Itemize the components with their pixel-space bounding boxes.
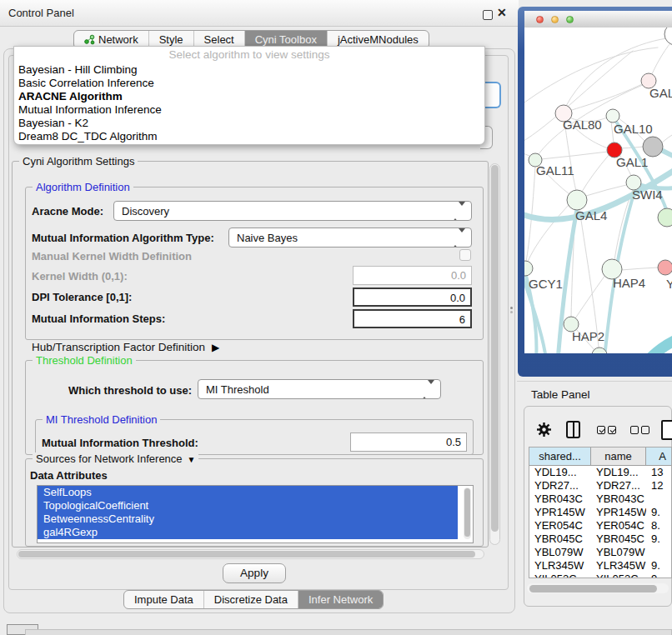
mi-steps-field[interactable]: 6	[353, 309, 472, 328]
tab-infer-network[interactable]: Infer Network	[298, 591, 383, 608]
table-header-row: shared...nameA	[529, 448, 671, 466]
mi-threshold-field[interactable]: 0.5	[350, 432, 467, 452]
panel-divider-grip[interactable]	[510, 307, 513, 309]
network-edge	[528, 205, 569, 262]
settings-vertical-scrollbar[interactable]	[489, 163, 500, 545]
table-row[interactable]: YER054CYER054C8.	[529, 519, 671, 532]
deselect-all-checkbox-icon[interactable]	[641, 426, 649, 434]
table-row[interactable]: YBR045CYBR045C9.	[529, 532, 671, 546]
zoom-traffic-light-icon[interactable]	[566, 16, 574, 23]
node-label: SWI4	[632, 188, 663, 202]
settings-horizontal-scrollbar[interactable]	[17, 549, 484, 559]
attribute-topologicalcoefficient[interactable]: TopologicalCoefficient	[38, 499, 458, 512]
column-header-name[interactable]: name	[591, 448, 646, 466]
network-node[interactable]	[664, 28, 672, 45]
algorithm-option-basic-correlation-inference[interactable]: Basic Correlation Inference	[14, 77, 484, 90]
mi-type-select[interactable]: Naive Bayes	[228, 228, 472, 248]
group-title: MI Threshold Definition	[43, 413, 160, 426]
network-edge	[524, 150, 529, 156]
deselect-all-checkbox-icon[interactable]	[630, 426, 639, 434]
table-cell: YIL053C	[591, 572, 646, 578]
manual-kernel-checkbox[interactable]	[459, 249, 471, 261]
table-cell: YER054C	[529, 519, 591, 532]
network-window-titlebar[interactable]	[524, 11, 672, 28]
table-row[interactable]: YBR043CYBR043C	[529, 492, 671, 506]
algorithm-option-mutual-information-inference[interactable]: Mutual Information Inference	[14, 103, 484, 117]
network-edge	[524, 48, 658, 105]
list-scrollbar[interactable]	[464, 488, 471, 539]
network-node[interactable]	[658, 208, 672, 227]
network-edge	[569, 81, 649, 111]
table-row[interactable]: YDR27...YDR27...12	[529, 479, 671, 492]
network-canvas[interactable]: GALGAL80GAL10GAL1GAL11SWI4GAL4GCY1HAP4YH…	[524, 28, 672, 353]
table-row[interactable]: YBL079WYBL079W	[529, 546, 671, 559]
table-row[interactable]: YIL053CYIL053C9.	[529, 572, 671, 578]
column-header-a[interactable]: A	[646, 448, 672, 466]
network-node-gal4[interactable]	[567, 190, 587, 210]
table-row[interactable]: YPR145WYPR145W9.	[529, 506, 671, 519]
panel-title: Control Panel	[8, 7, 74, 19]
minimize-traffic-light-icon[interactable]	[551, 16, 559, 23]
close-icon[interactable]: ✕	[497, 6, 507, 19]
algorithm-option-bayesian-k2[interactable]: Bayesian - K2	[14, 117, 484, 130]
node-table: shared...nameA YDL19...YDL19...13YDR27..…	[529, 447, 672, 578]
group-title: Cyni Algorithm Settings	[19, 155, 138, 168]
node-label: HAP2	[572, 329, 604, 343]
network-edge	[541, 152, 608, 159]
table-cell: 9.	[646, 506, 672, 519]
column-header-shared[interactable]: shared...	[529, 448, 591, 466]
kernel-width-label: Kernel Width (0,1):	[32, 270, 128, 282]
kernel-width-field[interactable]: 0.0	[353, 266, 472, 285]
node-label: GAL11	[536, 163, 574, 178]
dpi-tolerance-label: DPI Tolerance [0,1]:	[32, 291, 132, 303]
network-node-gcy1[interactable]	[524, 261, 533, 276]
apply-button[interactable]: Apply	[223, 563, 286, 583]
columns-icon[interactable]	[566, 421, 580, 438]
select-all-checkbox-icon[interactable]	[608, 426, 616, 434]
aracne-mode-select[interactable]: Discovery	[113, 201, 472, 221]
network-node-gal10[interactable]	[606, 109, 619, 122]
network-node[interactable]	[643, 137, 663, 157]
select-all-checkbox-icon[interactable]	[597, 426, 605, 434]
float-window-icon[interactable]	[483, 10, 493, 20]
table-cell: YBL079W	[591, 546, 646, 559]
which-threshold-select[interactable]: MI Threshold	[198, 379, 441, 399]
stepper-icon	[452, 232, 465, 245]
tab-discretize-data[interactable]: Discretize Data	[203, 591, 298, 608]
divider	[517, 381, 672, 382]
tab-label: Impute Data	[134, 593, 193, 606]
algorithm-option-dream8-dc-tdc-algorithm[interactable]: Dream8 DC_TDC Algorithm	[14, 130, 484, 143]
dpi-tolerance-field[interactable]: 0.0	[353, 288, 472, 307]
network-node-y[interactable]	[658, 260, 672, 275]
stepper-icon	[452, 206, 465, 218]
tab-label: Discretize Data	[214, 593, 288, 606]
file-icon[interactable]	[661, 420, 672, 440]
node-label: GAL	[649, 86, 672, 100]
tab-label: Infer Network	[308, 593, 373, 606]
node-label: GAL1	[616, 155, 648, 169]
close-traffic-light-icon[interactable]	[536, 16, 544, 23]
table-cell	[646, 492, 672, 506]
hub-definition-toggle[interactable]: Hub/Transcription Factor Definition▶	[32, 341, 219, 353]
table-row[interactable]: YDL19...YDL19...13	[529, 466, 671, 479]
table-row[interactable]: YLR345WYLR345W9.	[529, 559, 671, 572]
table-cell: YPR145W	[591, 506, 646, 519]
table-cell: 9.	[646, 572, 672, 578]
attribute-betweennesscentrality[interactable]: BetweennessCentrality	[38, 512, 458, 526]
algorithm-option-bayesian-hill-climbing[interactable]: Bayesian - Hill Climbing	[14, 63, 484, 77]
node-label: GAL10	[614, 122, 653, 136]
table-cell	[646, 546, 672, 559]
attribute-selfloops[interactable]: SelfLoops	[38, 486, 458, 499]
network-icon	[84, 34, 95, 45]
sources-toggle[interactable]: Sources for Network Inference▼	[33, 452, 198, 465]
attribute-gal4rgexp[interactable]: gal4RGexp	[38, 526, 458, 539]
table-hscrollbar-thumb[interactable]	[529, 585, 657, 592]
gear-icon[interactable]	[536, 422, 552, 438]
control-panel-titlebar: Control Panel ✕	[0, 0, 519, 27]
table-cell: 8.	[646, 519, 672, 532]
mi-threshold-label: Mutual Information Threshold:	[42, 437, 198, 449]
group-title: Algorithm Definition	[33, 181, 133, 193]
algorithm-option-aracne-algorithm[interactable]: ARACNE Algorithm	[14, 90, 484, 103]
which-threshold-label: Which threshold to use:	[68, 384, 192, 397]
tab-impute-data[interactable]: Impute Data	[124, 591, 203, 608]
